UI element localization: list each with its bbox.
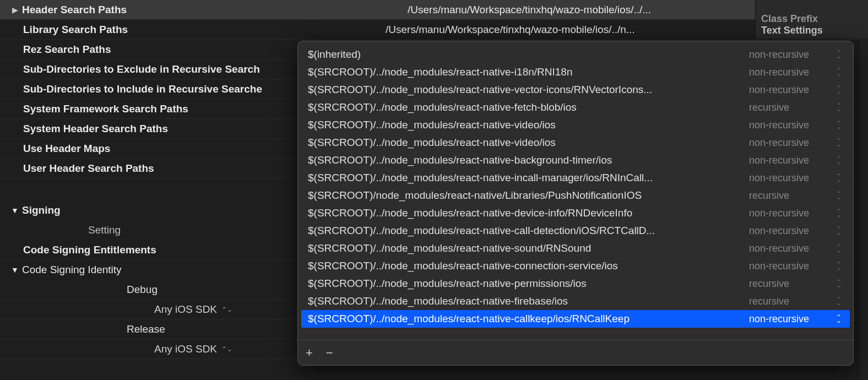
updown-arrows-icon[interactable]: ⌃⌄ xyxy=(834,280,843,287)
updown-arrows-icon[interactable]: ⌃⌄ xyxy=(834,69,843,75)
updown-arrows-icon[interactable]: ⌃⌄ xyxy=(834,210,843,216)
search-path-row[interactable]: $(SRCROOT)/../node_modules/react-native-… xyxy=(301,63,850,81)
recursion-dropdown[interactable]: non-recursive xyxy=(749,172,834,184)
search-path-row[interactable]: $(SRCROOT)/../node_modules/react-native-… xyxy=(301,151,850,169)
disclosure-triangle-icon[interactable]: ▶ xyxy=(10,6,20,14)
search-path-text[interactable]: $(SRCROOT)/../node_modules/react-native-… xyxy=(308,260,749,272)
updown-arrows-icon[interactable]: ⌃⌄ xyxy=(221,306,232,313)
search-path-row[interactable]: $(SRCROOT)/../node_modules/react-native-… xyxy=(301,240,850,257)
search-path-row[interactable]: $(SRCROOT)/../node_modules/react-native-… xyxy=(301,257,850,275)
inspector-label-cutoff: Class Prefix xyxy=(761,13,862,25)
recursion-dropdown[interactable]: non-recursive xyxy=(749,84,834,96)
recursion-dropdown[interactable]: recursive xyxy=(749,296,834,307)
search-path-text[interactable]: $(SRCROOT)/../node_modules/react-native-… xyxy=(308,137,749,149)
search-path-row[interactable]: $(SRCROOT)/../node_modules/react-native-… xyxy=(301,204,850,222)
search-path-text[interactable]: $(SRCROOT)/../node_modules/react-native-… xyxy=(308,295,749,307)
search-paths-popover: $(inherited)non-recursive⌃⌄$(SRCROOT)/..… xyxy=(297,41,854,366)
updown-arrows-icon[interactable]: ⌃⌄ xyxy=(834,139,843,146)
updown-arrows-icon[interactable]: ⌃⌄ xyxy=(834,175,843,181)
sdk-label: Any iOS SDK xyxy=(154,303,217,316)
search-path-row[interactable]: $(SRCROOT)/../node_modules/react-native-… xyxy=(301,99,850,116)
updown-arrows-icon[interactable]: ⌃⌄ xyxy=(834,122,843,128)
search-path-row[interactable]: $(SRCROOT)/../node_modules/react-native-… xyxy=(301,116,850,134)
recursion-dropdown[interactable]: non-recursive xyxy=(749,155,834,166)
updown-arrows-icon[interactable]: ⌃⌄ xyxy=(834,157,843,164)
recursion-dropdown[interactable]: non-recursive xyxy=(749,120,834,131)
search-path-row[interactable]: $(SRCROOT)/../node_modules/react-native-… xyxy=(301,134,850,151)
config-label: Debug xyxy=(127,284,158,296)
search-path-text[interactable]: $(SRCROOT)/../node_modules/react-native-… xyxy=(308,119,749,131)
right-inspector-cutoff: Class Prefix Text Settings xyxy=(755,0,868,39)
recursion-dropdown[interactable]: recursive xyxy=(749,278,834,290)
disclosure-triangle-down-icon[interactable]: ▼ xyxy=(10,206,20,215)
updown-arrows-icon[interactable]: ⌃⌄ xyxy=(834,86,843,93)
recursion-dropdown[interactable]: non-recursive xyxy=(749,260,834,272)
recursion-dropdown[interactable]: non-recursive xyxy=(749,208,834,219)
setting-label: Code Signing Identity xyxy=(22,264,122,276)
search-path-row[interactable]: $(SRCROOT)/../node_modules/react-native-… xyxy=(301,222,850,240)
search-path-row[interactable]: $(SRCROOT)/../node_modules/react-native-… xyxy=(301,292,850,310)
search-paths-list[interactable]: $(inherited)non-recursive⌃⌄$(SRCROOT)/..… xyxy=(298,41,853,340)
search-path-text[interactable]: $(SRCROOT)/../node_modules/react-native-… xyxy=(308,101,749,113)
recursion-dropdown[interactable]: non-recursive xyxy=(749,225,834,237)
updown-arrows-icon[interactable]: ⌃⌄ xyxy=(834,104,843,111)
recursion-dropdown[interactable]: recursive xyxy=(749,102,834,113)
search-path-row[interactable]: $(SRCROOT)/node_modules/react-native/Lib… xyxy=(301,187,850,204)
inspector-label-cutoff: Text Settings xyxy=(761,25,862,36)
column-label: Setting xyxy=(88,224,121,236)
search-path-row[interactable]: $(SRCROOT)/../node_modules/react-native-… xyxy=(301,275,850,292)
search-path-text[interactable]: $(SRCROOT)/../node_modules/react-native-… xyxy=(308,154,749,166)
setting-row-library-search-paths[interactable]: Library Search Paths /Users/manu/Workspa… xyxy=(0,20,868,40)
search-path-text[interactable]: $(SRCROOT)/../node_modules/react-native-… xyxy=(308,172,749,184)
updown-arrows-icon[interactable]: ⌃⌄ xyxy=(221,345,232,353)
sdk-label: Any iOS SDK xyxy=(154,343,217,355)
search-path-text[interactable]: $(SRCROOT)/../node_modules/react-native-… xyxy=(308,207,749,219)
remove-button[interactable]: − xyxy=(326,346,333,360)
updown-arrows-icon[interactable]: ⌃⌄ xyxy=(834,192,843,199)
updown-arrows-icon[interactable]: ⌃⌄ xyxy=(834,316,843,322)
updown-arrows-icon[interactable]: ⌃⌄ xyxy=(834,227,843,234)
setting-label: Library Search Paths xyxy=(0,24,386,36)
popover-footer: + − xyxy=(298,340,853,365)
disclosure-triangle-down-icon[interactable]: ▼ xyxy=(10,265,20,274)
setting-label: Header Search Paths xyxy=(22,4,408,16)
search-path-text[interactable]: $(SRCROOT)/../node_modules/react-native-… xyxy=(308,313,749,325)
recursion-dropdown[interactable]: non-recursive xyxy=(749,49,834,61)
add-button[interactable]: + xyxy=(306,346,313,360)
config-label: Release xyxy=(127,323,165,335)
search-path-row[interactable]: $(SRCROOT)/../node_modules/react-native-… xyxy=(301,169,850,187)
search-path-text[interactable]: $(SRCROOT)/../node_modules/react-native-… xyxy=(308,225,749,237)
updown-arrows-icon[interactable]: ⌃⌄ xyxy=(834,263,843,269)
section-title: Signing xyxy=(22,204,61,216)
search-path-text[interactable]: $(inherited) xyxy=(308,48,749,61)
search-path-text[interactable]: $(SRCROOT)/../node_modules/react-native-… xyxy=(308,278,749,290)
updown-arrows-icon[interactable]: ⌃⌄ xyxy=(834,298,843,305)
search-path-row[interactable]: $(SRCROOT)/../node_modules/react-native-… xyxy=(301,81,850,99)
search-path-text[interactable]: $(SRCROOT)/../node_modules/react-native-… xyxy=(308,242,749,254)
search-path-text[interactable]: $(SRCROOT)/../node_modules/react-native-… xyxy=(308,84,749,96)
recursion-dropdown[interactable]: non-recursive xyxy=(749,313,834,325)
right-edge-strip xyxy=(858,39,868,380)
updown-arrows-icon[interactable]: ⌃⌄ xyxy=(834,245,843,252)
search-path-text[interactable]: $(SRCROOT)/../node_modules/react-native-… xyxy=(308,66,749,78)
search-path-text[interactable]: $(SRCROOT)/node_modules/react-native/Lib… xyxy=(308,189,749,202)
setting-row-header-search-paths[interactable]: ▶ Header Search Paths /Users/manu/Worksp… xyxy=(0,0,868,20)
updown-arrows-icon[interactable]: ⌃⌄ xyxy=(834,51,843,58)
recursion-dropdown[interactable]: non-recursive xyxy=(749,137,834,149)
search-path-row[interactable]: $(SRCROOT)/../node_modules/react-native-… xyxy=(301,310,850,328)
recursion-dropdown[interactable]: recursive xyxy=(749,190,834,202)
recursion-dropdown[interactable]: non-recursive xyxy=(749,67,834,78)
search-path-row[interactable]: $(inherited)non-recursive⌃⌄ xyxy=(301,46,850,63)
recursion-dropdown[interactable]: non-recursive xyxy=(749,243,834,254)
